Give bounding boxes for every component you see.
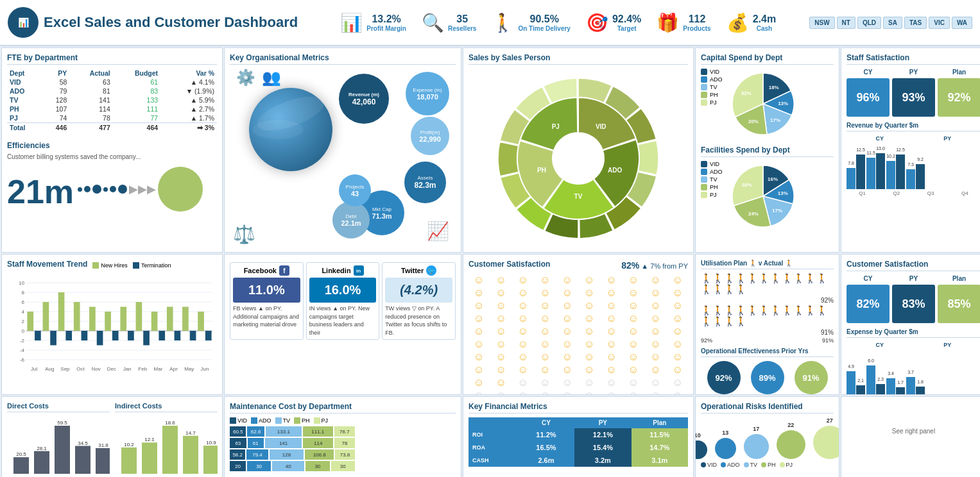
smiley-face: ☺ [535,339,555,350]
termination-bar [205,331,212,340]
month-label: Jul [31,366,37,372]
bar-value: 10.2 [124,442,134,448]
smiley-face: ☺ [667,351,688,363]
person-icon: 🚶 [805,305,816,315]
risk-leg-label: VID [707,462,717,468]
risk-leg-dot [701,462,706,467]
quarter-bar-group: 10.212.5 [886,155,905,189]
table-row: PJ 74 78 77 ▲ 1.7% [7,113,217,123]
legend-dot [701,184,707,190]
pie-label: 30% [741,182,752,188]
smiley-face: ☺ [557,274,578,286]
state-btn-sa[interactable]: SA [883,17,902,29]
smiley-face: ☺ [535,287,555,299]
bar-value: 14.7 [185,430,196,436]
legend-label: ADO [710,169,723,175]
termination-bar [159,331,165,340]
fin-cell: 12.1% [574,428,631,441]
person-icon: 🚶 [770,273,781,283]
smiley-face: ☺ [490,300,511,312]
dashboard-title: Excel Sales and Customer Dashboard [44,14,298,31]
bubble-expense: Expense (m) 18,070 [406,72,449,115]
maint-seg: 114 [303,438,333,448]
person-icon: 🚶 [770,305,781,315]
smiley-face: ☺ [645,390,666,395]
bar-value: 20.5 [16,451,26,457]
sat-bar-PY: 93% [892,78,935,117]
state-btn-tas[interactable]: TAS [904,17,927,29]
person-icon: 🚶 [735,305,746,315]
fin-thead: CYPYPlan [469,417,688,428]
smiley-grid: ☺☺☺☺☺☺☺☺☺☺☺☺☺☺☺☺☺☺☺☺☺☺☺☺☺☺☺☺☺☺☺☺☺☺☺☺☺☺☺☺… [469,274,688,395]
bar-value: 31.8 [98,442,108,448]
org-content: ⚙️ 👥 Revenue (m) 42,060 Expense (m) 18,0… [230,69,456,248]
person-icon: 🚶 [701,284,712,294]
maint-bar-row: 58.279.4128106.873.8 [230,449,456,460]
cost-bar [183,436,198,474]
smiley-face: ☺ [645,339,666,350]
risk-leg-dot [721,462,726,467]
new-hire-bar [58,292,65,331]
donut-label: TV [574,193,583,200]
person-icon: 🚶 [793,305,804,315]
state-btn-qld[interactable]: QLD [857,17,881,29]
smiley-face: ☺ [513,339,533,350]
person-icon: 🚶 [712,273,723,283]
social-pct: (4.2%) [385,278,452,303]
svg-point-2 [554,134,603,183]
smiley-face: ☺ [490,287,511,299]
risk-circle [777,430,805,459]
state-buttons[interactable]: NSWNTQLDSATASVICWA [809,17,972,29]
person-rows: 🚶🚶🚶🚶🚶🚶🚶🚶🚶🚶🚶🚶🚶🚶🚶92%🚶🚶🚶🚶🚶🚶🚶🚶🚶🚶🚶🚶🚶🚶🚶91% [701,273,834,336]
state-btn-nt[interactable]: NT [837,17,855,29]
smiley-face: ☺ [513,377,533,389]
risk-circle [715,438,736,459]
cost-bar [203,446,218,474]
smiley-face: ☺ [579,326,599,337]
indirect-costs-section: Indirect Costs 10.2VID12.1ADO18.6TV14.7P… [115,402,218,477]
kpi-value: 90.5% [518,13,571,25]
maint-seg: 20 [230,461,246,471]
smiley-face: ☺ [667,364,688,376]
social-pct: 16.0% [309,278,377,303]
legend-dot [701,84,707,90]
exp-quarter-group: 6.02.3 [866,365,885,395]
exp-quarter-group: 3.41.7 [886,378,905,395]
pie-label: 17% [772,208,782,213]
efficiencies-section: Efficiencies Customer billing systems sa… [7,137,217,212]
risk-leg-item: PH [761,462,776,468]
direct-costs-section: Direct Costs 20.5VID28.1ADO59.5TV34.5PH3… [7,402,110,477]
cost-bar [34,451,49,474]
op-risks-title: Operational Risks Identified [701,402,834,414]
risk-num: 13 [722,430,728,436]
smiley-face: ☺ [557,351,578,363]
smiley-face: ☺ [579,300,599,312]
new-hire-bar [198,312,204,331]
risk-circle [695,440,707,459]
person-icon: 🚶 [724,305,735,315]
smiley-face: ☺ [469,300,489,312]
risk-col: 17 [744,426,769,459]
org-title: Key Organisational Metrics [230,53,456,65]
termination-bar [50,331,56,346]
new-hire-bar [167,307,173,331]
sat-header-row: CY PY Plan [847,69,980,76]
smiley-face: ☺ [623,351,644,363]
smiley-face: ☺ [469,313,489,324]
person-icon: 🚶 [701,273,712,283]
smiley-face: ☺ [490,313,511,324]
state-btn-vic[interactable]: VIC [929,17,950,29]
person-icon: 🚶 [712,316,723,326]
maint-legend-row: VIDADOTVPHPJ [230,417,456,424]
smiley-face: ☺ [667,274,688,286]
exp-cy-lbl: CY [847,342,913,348]
social-pct: 11.0% [233,278,300,303]
state-btn-nsw[interactable]: NSW [809,17,834,29]
util-plan-pct: 92% [701,337,712,344]
py-exp-bar: 1.7 [896,387,905,395]
py-bar: 12.5 [856,155,865,189]
kpi-value: 2.4m [753,13,776,25]
new-hire-bar [182,307,189,331]
state-btn-wa[interactable]: WA [952,17,972,29]
smiley-face: ☺ [601,326,621,337]
